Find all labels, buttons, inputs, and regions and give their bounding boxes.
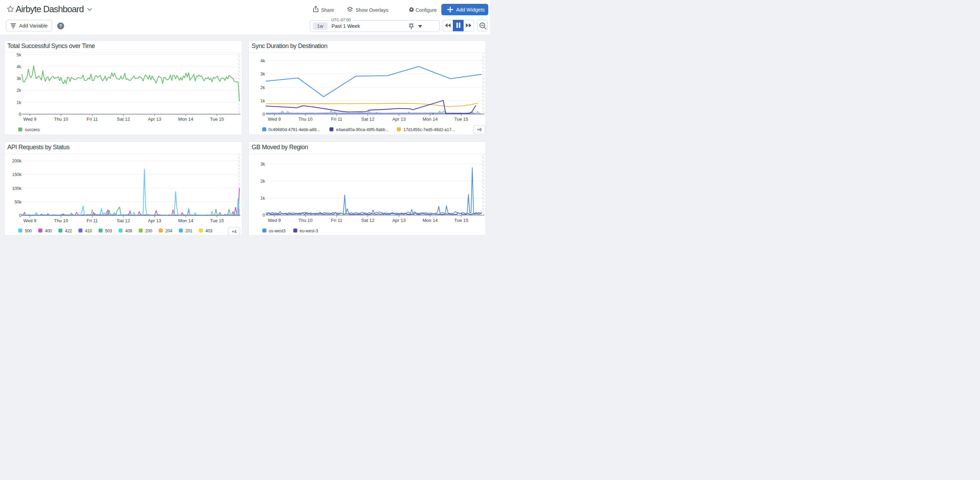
svg-text:eu-west-3: eu-west-3 bbox=[300, 228, 318, 233]
svg-text:Sat 12: Sat 12 bbox=[117, 116, 130, 122]
svg-text:3k: 3k bbox=[260, 162, 265, 167]
svg-text:409: 409 bbox=[125, 228, 132, 233]
svg-text:Wed 9: Wed 9 bbox=[23, 116, 36, 122]
svg-text:500: 500 bbox=[25, 228, 32, 233]
svg-text:1k: 1k bbox=[260, 196, 265, 201]
svg-text:Sat 12: Sat 12 bbox=[361, 116, 375, 122]
svg-text:Mon 14: Mon 14 bbox=[178, 116, 193, 122]
svg-text:4k: 4k bbox=[260, 58, 265, 63]
svg-text:50k: 50k bbox=[14, 199, 22, 204]
svg-text:0: 0 bbox=[19, 213, 22, 218]
svg-text:Tue 15: Tue 15 bbox=[210, 218, 224, 223]
svg-text:17d1455c-7ed5-49d2-a17...: 17d1455c-7ed5-49d2-a17... bbox=[404, 127, 455, 132]
svg-text:0: 0 bbox=[263, 112, 265, 116]
svg-text:200: 200 bbox=[145, 228, 152, 233]
svg-text:Wed 9: Wed 9 bbox=[268, 217, 281, 223]
svg-text:Fri 11: Fri 11 bbox=[331, 116, 342, 122]
svg-text:422: 422 bbox=[65, 228, 72, 233]
svg-text:Apr 13: Apr 13 bbox=[392, 217, 406, 223]
svg-text:Thu 10: Thu 10 bbox=[299, 217, 312, 223]
svg-text:Apr 13: Apr 13 bbox=[392, 116, 406, 122]
svg-text:success: success bbox=[25, 127, 40, 132]
svg-text:4k: 4k bbox=[17, 64, 22, 69]
svg-text:403: 403 bbox=[205, 228, 212, 233]
svg-text:2k: 2k bbox=[17, 88, 22, 93]
svg-text:200k: 200k bbox=[12, 158, 22, 163]
svg-text:Sat 12: Sat 12 bbox=[361, 217, 375, 223]
svg-text:Wed 9: Wed 9 bbox=[268, 116, 281, 122]
svg-text:+4: +4 bbox=[232, 229, 237, 234]
svg-text:1k: 1k bbox=[17, 100, 22, 105]
svg-text:e4aea90a-90ca-49f5-9abb...: e4aea90a-90ca-49f5-9abb... bbox=[336, 127, 388, 132]
svg-text:Thu 10: Thu 10 bbox=[299, 116, 312, 122]
svg-text:201: 201 bbox=[186, 228, 192, 233]
svg-text:Mon 14: Mon 14 bbox=[178, 218, 193, 223]
svg-text:100k: 100k bbox=[12, 186, 22, 191]
svg-text:0: 0 bbox=[263, 213, 265, 218]
svg-text:Fri 11: Fri 11 bbox=[86, 116, 98, 122]
svg-text:Apr 13: Apr 13 bbox=[148, 218, 161, 223]
svg-text:1k: 1k bbox=[260, 99, 265, 103]
svg-text:Mon 14: Mon 14 bbox=[423, 217, 438, 223]
svg-text:?: ? bbox=[59, 23, 62, 29]
svg-text:Tue 15: Tue 15 bbox=[210, 116, 224, 122]
svg-text:2k: 2k bbox=[260, 85, 265, 90]
svg-text:3k: 3k bbox=[17, 76, 22, 81]
svg-text:400: 400 bbox=[45, 228, 52, 233]
svg-text:+6: +6 bbox=[477, 127, 482, 132]
svg-text:Apr 13: Apr 13 bbox=[148, 116, 161, 122]
svg-text:3k: 3k bbox=[260, 72, 265, 77]
svg-text:Mon 14: Mon 14 bbox=[423, 116, 438, 122]
svg-text:0: 0 bbox=[19, 112, 21, 116]
svg-text:Thu 10: Thu 10 bbox=[54, 218, 68, 223]
svg-text:Wed 9: Wed 9 bbox=[23, 218, 36, 223]
svg-text:Sat 12: Sat 12 bbox=[117, 218, 130, 223]
svg-text:Tue 15: Tue 15 bbox=[454, 116, 468, 122]
svg-text:503: 503 bbox=[105, 228, 112, 233]
svg-text:2k: 2k bbox=[260, 179, 265, 183]
svg-text:Thu 10: Thu 10 bbox=[54, 116, 68, 122]
svg-text:Tue 15: Tue 15 bbox=[454, 217, 468, 223]
svg-text:Fri 11: Fri 11 bbox=[331, 217, 342, 223]
svg-text:410: 410 bbox=[85, 228, 92, 233]
svg-text:204: 204 bbox=[165, 228, 172, 233]
svg-text:us-west3: us-west3 bbox=[269, 228, 286, 233]
svg-text:0c49680d-4791-4ebb-a88...: 0c49680d-4791-4ebb-a88... bbox=[269, 127, 320, 132]
svg-text:150k: 150k bbox=[12, 172, 22, 177]
svg-text:Fri 11: Fri 11 bbox=[86, 218, 98, 223]
svg-text:5k: 5k bbox=[17, 53, 22, 57]
